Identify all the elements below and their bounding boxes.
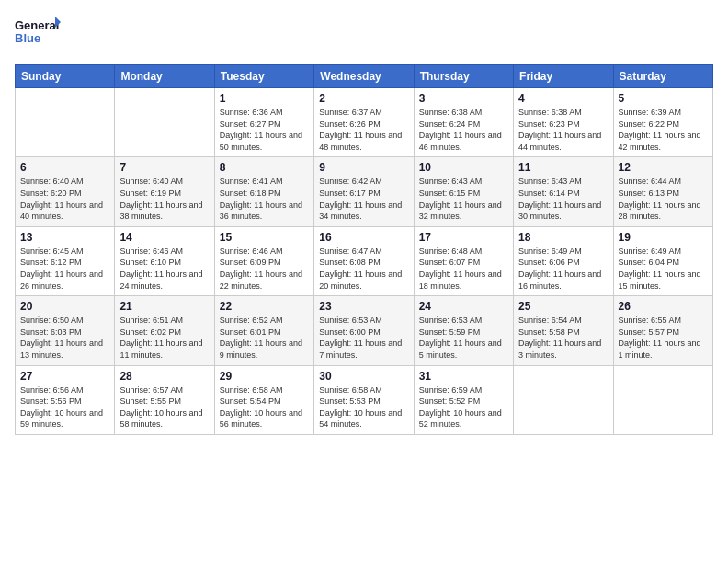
- calendar-cell: 13Sunrise: 6:45 AM Sunset: 6:12 PM Dayli…: [16, 226, 115, 295]
- calendar-week-row: 6Sunrise: 6:40 AM Sunset: 6:20 PM Daylig…: [16, 157, 713, 226]
- day-number: 3: [419, 92, 508, 105]
- calendar-cell: 6Sunrise: 6:40 AM Sunset: 6:20 PM Daylig…: [16, 157, 115, 226]
- calendar-cell: 8Sunrise: 6:41 AM Sunset: 6:18 PM Daylig…: [214, 157, 313, 226]
- calendar-cell: 12Sunrise: 6:44 AM Sunset: 6:13 PM Dayli…: [613, 157, 712, 226]
- calendar-week-row: 20Sunrise: 6:50 AM Sunset: 6:03 PM Dayli…: [16, 296, 713, 365]
- day-number: 9: [319, 161, 408, 174]
- calendar-week-row: 1Sunrise: 6:36 AM Sunset: 6:27 PM Daylig…: [16, 88, 713, 157]
- day-info: Sunrise: 6:36 AM Sunset: 6:27 PM Dayligh…: [220, 107, 309, 153]
- svg-text:General: General: [15, 18, 59, 32]
- calendar-cell: 16Sunrise: 6:47 AM Sunset: 6:08 PM Dayli…: [314, 226, 414, 295]
- day-number: 2: [319, 92, 408, 105]
- calendar-cell: 1Sunrise: 6:36 AM Sunset: 6:27 PM Daylig…: [214, 88, 313, 157]
- calendar-cell: 14Sunrise: 6:46 AM Sunset: 6:10 PM Dayli…: [115, 226, 214, 295]
- day-info: Sunrise: 6:44 AM Sunset: 6:13 PM Dayligh…: [619, 176, 708, 222]
- calendar-cell: 30Sunrise: 6:58 AM Sunset: 5:53 PM Dayli…: [314, 365, 414, 434]
- calendar-cell: 31Sunrise: 6:59 AM Sunset: 5:52 PM Dayli…: [414, 365, 513, 434]
- day-info: Sunrise: 6:39 AM Sunset: 6:22 PM Dayligh…: [619, 107, 708, 153]
- day-number: 22: [220, 300, 309, 313]
- svg-text:Blue: Blue: [15, 31, 40, 45]
- day-info: Sunrise: 6:38 AM Sunset: 6:23 PM Dayligh…: [518, 107, 608, 153]
- calendar-day-header: Monday: [115, 65, 214, 88]
- day-number: 13: [20, 231, 109, 244]
- day-info: Sunrise: 6:58 AM Sunset: 5:54 PM Dayligh…: [220, 385, 309, 431]
- day-number: 29: [220, 370, 309, 383]
- day-number: 12: [619, 161, 708, 174]
- page-header: General Blue: [15, 15, 713, 55]
- day-number: 1: [220, 92, 309, 105]
- calendar-cell: 9Sunrise: 6:42 AM Sunset: 6:17 PM Daylig…: [314, 157, 414, 226]
- logo-svg: General Blue: [15, 15, 61, 55]
- calendar-cell: 27Sunrise: 6:56 AM Sunset: 5:56 PM Dayli…: [16, 365, 115, 434]
- calendar-cell: 5Sunrise: 6:39 AM Sunset: 6:22 PM Daylig…: [613, 88, 712, 157]
- day-info: Sunrise: 6:55 AM Sunset: 5:57 PM Dayligh…: [619, 315, 708, 361]
- day-number: 11: [518, 161, 608, 174]
- calendar-cell: 10Sunrise: 6:43 AM Sunset: 6:15 PM Dayli…: [414, 157, 513, 226]
- calendar-cell: 23Sunrise: 6:53 AM Sunset: 6:00 PM Dayli…: [314, 296, 414, 365]
- calendar-week-row: 27Sunrise: 6:56 AM Sunset: 5:56 PM Dayli…: [16, 365, 713, 434]
- day-info: Sunrise: 6:54 AM Sunset: 5:58 PM Dayligh…: [518, 315, 608, 361]
- calendar-cell: 25Sunrise: 6:54 AM Sunset: 5:58 PM Dayli…: [514, 296, 613, 365]
- day-info: Sunrise: 6:56 AM Sunset: 5:56 PM Dayligh…: [20, 385, 109, 431]
- calendar-cell: 22Sunrise: 6:52 AM Sunset: 6:01 PM Dayli…: [214, 296, 313, 365]
- calendar-cell: 2Sunrise: 6:37 AM Sunset: 6:26 PM Daylig…: [314, 88, 414, 157]
- day-number: 21: [119, 300, 209, 313]
- day-number: 16: [319, 231, 408, 244]
- calendar-day-header: Thursday: [414, 65, 513, 88]
- calendar-cell: 29Sunrise: 6:58 AM Sunset: 5:54 PM Dayli…: [214, 365, 313, 434]
- day-info: Sunrise: 6:59 AM Sunset: 5:52 PM Dayligh…: [419, 385, 508, 431]
- day-number: 20: [20, 300, 109, 313]
- day-info: Sunrise: 6:40 AM Sunset: 6:20 PM Dayligh…: [20, 176, 109, 222]
- calendar-cell: [613, 365, 712, 434]
- calendar-cell: 24Sunrise: 6:53 AM Sunset: 5:59 PM Dayli…: [414, 296, 513, 365]
- day-info: Sunrise: 6:48 AM Sunset: 6:07 PM Dayligh…: [419, 246, 508, 292]
- day-number: 4: [518, 92, 608, 105]
- calendar-day-header: Friday: [514, 65, 613, 88]
- calendar-cell: [16, 88, 115, 157]
- calendar-cell: 20Sunrise: 6:50 AM Sunset: 6:03 PM Dayli…: [16, 296, 115, 365]
- calendar-cell: 4Sunrise: 6:38 AM Sunset: 6:23 PM Daylig…: [514, 88, 613, 157]
- day-number: 18: [518, 231, 608, 244]
- calendar-cell: 17Sunrise: 6:48 AM Sunset: 6:07 PM Dayli…: [414, 226, 513, 295]
- calendar-header-row: SundayMondayTuesdayWednesdayThursdayFrid…: [16, 65, 713, 88]
- day-info: Sunrise: 6:52 AM Sunset: 6:01 PM Dayligh…: [220, 315, 309, 361]
- day-number: 7: [119, 161, 209, 174]
- calendar-cell: 7Sunrise: 6:40 AM Sunset: 6:19 PM Daylig…: [115, 157, 214, 226]
- calendar-cell: 11Sunrise: 6:43 AM Sunset: 6:14 PM Dayli…: [514, 157, 613, 226]
- calendar-cell: 18Sunrise: 6:49 AM Sunset: 6:06 PM Dayli…: [514, 226, 613, 295]
- day-info: Sunrise: 6:50 AM Sunset: 6:03 PM Dayligh…: [20, 315, 109, 361]
- day-number: 5: [619, 92, 708, 105]
- day-info: Sunrise: 6:53 AM Sunset: 5:59 PM Dayligh…: [419, 315, 508, 361]
- day-number: 26: [619, 300, 708, 313]
- day-number: 30: [319, 370, 408, 383]
- calendar-table: SundayMondayTuesdayWednesdayThursdayFrid…: [15, 64, 713, 435]
- day-number: 6: [20, 161, 109, 174]
- day-info: Sunrise: 6:37 AM Sunset: 6:26 PM Dayligh…: [319, 107, 408, 153]
- day-number: 10: [419, 161, 508, 174]
- day-info: Sunrise: 6:49 AM Sunset: 6:06 PM Dayligh…: [518, 246, 608, 292]
- calendar-cell: [115, 88, 214, 157]
- logo: General Blue: [15, 15, 61, 55]
- day-number: 17: [419, 231, 508, 244]
- day-number: 14: [119, 231, 209, 244]
- day-info: Sunrise: 6:43 AM Sunset: 6:15 PM Dayligh…: [419, 176, 508, 222]
- day-info: Sunrise: 6:42 AM Sunset: 6:17 PM Dayligh…: [319, 176, 408, 222]
- day-number: 8: [220, 161, 309, 174]
- day-info: Sunrise: 6:43 AM Sunset: 6:14 PM Dayligh…: [518, 176, 608, 222]
- day-info: Sunrise: 6:57 AM Sunset: 5:55 PM Dayligh…: [119, 385, 209, 431]
- calendar-day-header: Saturday: [613, 65, 712, 88]
- calendar-day-header: Sunday: [16, 65, 115, 88]
- day-number: 23: [319, 300, 408, 313]
- day-info: Sunrise: 6:47 AM Sunset: 6:08 PM Dayligh…: [319, 246, 408, 292]
- day-info: Sunrise: 6:51 AM Sunset: 6:02 PM Dayligh…: [119, 315, 209, 361]
- day-info: Sunrise: 6:45 AM Sunset: 6:12 PM Dayligh…: [20, 246, 109, 292]
- day-number: 25: [518, 300, 608, 313]
- day-number: 24: [419, 300, 508, 313]
- calendar-cell: 26Sunrise: 6:55 AM Sunset: 5:57 PM Dayli…: [613, 296, 712, 365]
- day-number: 15: [220, 231, 309, 244]
- day-info: Sunrise: 6:38 AM Sunset: 6:24 PM Dayligh…: [419, 107, 508, 153]
- day-info: Sunrise: 6:46 AM Sunset: 6:10 PM Dayligh…: [119, 246, 209, 292]
- calendar-cell: 19Sunrise: 6:49 AM Sunset: 6:04 PM Dayli…: [613, 226, 712, 295]
- day-number: 28: [119, 370, 209, 383]
- calendar-cell: 15Sunrise: 6:46 AM Sunset: 6:09 PM Dayli…: [214, 226, 313, 295]
